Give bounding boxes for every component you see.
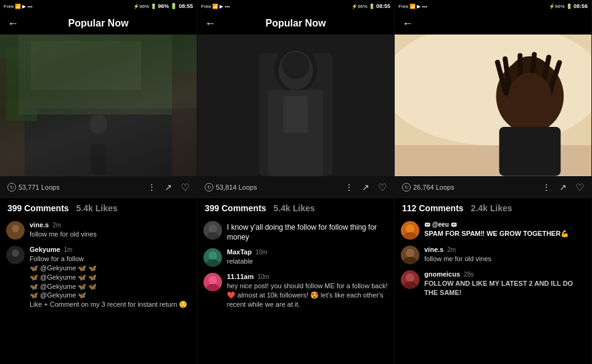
svg-rect-8 bbox=[91, 144, 106, 175]
status-right-3: ⚡96% 🔋 08:56 bbox=[549, 3, 588, 9]
like-count-3: 2.4k Likes bbox=[471, 203, 512, 213]
video-area-3[interactable] bbox=[395, 34, 591, 176]
comment-body: Gekyume 1m Follow for a follow 🦋 @Gekyum… bbox=[30, 246, 191, 309]
comment-username: gnomeicus bbox=[424, 270, 460, 278]
comment-item: vine.s 2m follow me for old vines bbox=[0, 218, 197, 243]
svg-point-45 bbox=[406, 224, 414, 233]
signal-icon-2: 📶 bbox=[212, 4, 218, 9]
video-area-1[interactable] bbox=[0, 34, 197, 176]
comment-text: SPAM FOR SPAM‼️ WE GROW TOGETHER💪 bbox=[424, 229, 585, 238]
status-left-2: Free 📶 ▶ ••• bbox=[201, 4, 230, 9]
comment-body: vine.s 2m follow me for old vines bbox=[424, 246, 585, 264]
back-button-1[interactable]: ← bbox=[7, 17, 18, 30]
share-button-3[interactable]: ↗ bbox=[559, 182, 567, 192]
comment-text: follow me for old vines bbox=[30, 230, 191, 239]
comment-count-1: 399 Comments bbox=[7, 203, 69, 213]
stats-row-1: 399 Comments 5.4k Likes bbox=[0, 198, 197, 216]
comment-text: I know y'all doing the follow for follow… bbox=[227, 222, 388, 242]
back-button-3[interactable]: ← bbox=[402, 17, 413, 30]
video-bg-2 bbox=[197, 34, 394, 176]
comment-text: FOLLOW AND LIKE MY LATEST 2 AND ILL DO T… bbox=[424, 279, 585, 297]
battery-icon-1: ⚡96% bbox=[133, 4, 149, 9]
comment-username: 11.11am bbox=[227, 273, 253, 280]
header-2: ← Popular Now bbox=[197, 12, 394, 34]
avatar bbox=[401, 270, 419, 289]
comment-item: Gekyume 1m Follow for a follow 🦋 @Gekyum… bbox=[0, 243, 197, 312]
loops-count-2: 53,814 Loops bbox=[216, 184, 257, 191]
comment-body: 11.11am 10m hey nice post! you should fo… bbox=[227, 273, 388, 309]
like-count-2: 5.4k Likes bbox=[274, 203, 315, 213]
svg-point-21 bbox=[282, 52, 310, 79]
comment-count-3: 112 Comments bbox=[402, 203, 464, 213]
comment-username: Gekyume bbox=[30, 246, 60, 253]
svg-rect-6 bbox=[31, 41, 141, 90]
svg-point-10 bbox=[12, 225, 19, 232]
toolbar-actions-1: ⋮ ↗ ♡ bbox=[147, 182, 189, 193]
toolbar-3: ↻ 26,764 Loops ⋮ ↗ ♡ bbox=[395, 176, 591, 198]
comment-username: MaxTap bbox=[227, 248, 252, 256]
svg-point-11 bbox=[9, 233, 22, 240]
comment-time: 2m bbox=[447, 246, 456, 253]
comment-body: vine.s 2m follow me for old vines bbox=[30, 221, 191, 239]
stats-row-3: 112 Comments 2.4k Likes bbox=[395, 198, 591, 216]
comment-text: hey nice post! you should follow ME for … bbox=[227, 281, 388, 309]
loop-symbol-2: ↻ bbox=[207, 185, 212, 190]
comment-header: vine.s 2m bbox=[424, 246, 585, 253]
media-icon-2: ▶ bbox=[220, 4, 223, 9]
svg-point-42 bbox=[508, 73, 551, 119]
like-button-1[interactable]: ♡ bbox=[181, 182, 189, 193]
comment-item: gnomeicus 28s FOLLOW AND LIKE MY LATEST … bbox=[395, 267, 591, 301]
avatar bbox=[401, 221, 419, 240]
avatar bbox=[6, 246, 25, 264]
svg-point-13 bbox=[9, 257, 22, 264]
avatar bbox=[204, 273, 222, 291]
comment-item: 🎟 @eeu 🎟 SPAM FOR SPAM‼️ WE GROW TOGETHE… bbox=[395, 218, 591, 243]
avatar bbox=[401, 246, 419, 264]
header-1: ← Popular Now bbox=[0, 12, 197, 34]
comment-header: gnomeicus 28s bbox=[424, 270, 585, 278]
share-button-1[interactable]: ↗ bbox=[165, 182, 172, 192]
more-button-2[interactable]: ⋮ bbox=[345, 182, 353, 192]
loop-symbol-3: ↻ bbox=[405, 185, 409, 190]
dot-icon-3: ••• bbox=[422, 4, 427, 9]
status-right-2: ⚡96% 🔋 08:55 bbox=[352, 3, 390, 9]
comment-time: 28s bbox=[464, 271, 474, 278]
svg-point-51 bbox=[406, 273, 414, 282]
more-button-1[interactable]: ⋮ bbox=[147, 182, 156, 192]
comment-item: vine.s 2m follow me for old vines bbox=[395, 243, 591, 267]
like-button-2[interactable]: ♡ bbox=[378, 182, 387, 193]
comment-time: 2m bbox=[52, 222, 61, 229]
signal-icon-3: 📶 bbox=[409, 4, 416, 9]
comment-header: 🎟 @eeu 🎟 bbox=[424, 221, 585, 228]
panel-3: Free 📶 ▶ ••• ⚡96% 🔋 08:56 ← bbox=[395, 0, 592, 364]
loops-info-2: ↻ 53,814 Loops bbox=[205, 183, 345, 192]
back-button-2[interactable]: ← bbox=[205, 17, 216, 30]
like-button-3[interactable]: ♡ bbox=[575, 182, 584, 193]
comment-username: vine.s bbox=[30, 221, 49, 229]
toolbar-actions-2: ⋮ ↗ ♡ bbox=[345, 182, 387, 193]
carrier-text-2: Free bbox=[201, 4, 211, 9]
time-2: 08:55 bbox=[376, 3, 390, 9]
comment-body: MaxTap 10m relatable bbox=[227, 248, 388, 266]
comment-item: I know y'all doing the follow for follow… bbox=[197, 218, 394, 245]
status-right-1: ⚡96% 🔋 96% 🔋 08:55 bbox=[133, 3, 193, 9]
battery-bar-1: 🔋 bbox=[150, 4, 157, 9]
stats-row-2: 399 Comments 5.4k Likes bbox=[197, 198, 394, 216]
video-area-2[interactable] bbox=[197, 34, 394, 176]
svg-point-48 bbox=[406, 249, 414, 257]
comment-text: follow me for old vines bbox=[424, 254, 585, 264]
svg-point-26 bbox=[208, 251, 217, 260]
comment-header: vine.s 2m bbox=[30, 221, 191, 229]
comment-count-2: 399 Comments bbox=[205, 203, 266, 213]
comment-header: 11.11am 10m bbox=[227, 273, 388, 280]
status-left-3: Free 📶 ▶ ••• bbox=[398, 4, 427, 9]
panel-1: Free 📶 ▶ ••• ⚡96% 🔋 96% 🔋 08:55 ← Popula… bbox=[0, 0, 197, 364]
carrier-text-3: Free bbox=[398, 4, 408, 9]
more-button-3[interactable]: ⋮ bbox=[542, 182, 551, 192]
loop-icon-3: ↻ bbox=[402, 183, 411, 192]
page-title-2: Popular Now bbox=[221, 18, 371, 29]
comment-time: 1m bbox=[64, 246, 73, 253]
svg-rect-4 bbox=[172, 71, 197, 176]
comment-header: Gekyume 1m bbox=[30, 246, 191, 253]
share-button-2[interactable]: ↗ bbox=[362, 182, 369, 192]
